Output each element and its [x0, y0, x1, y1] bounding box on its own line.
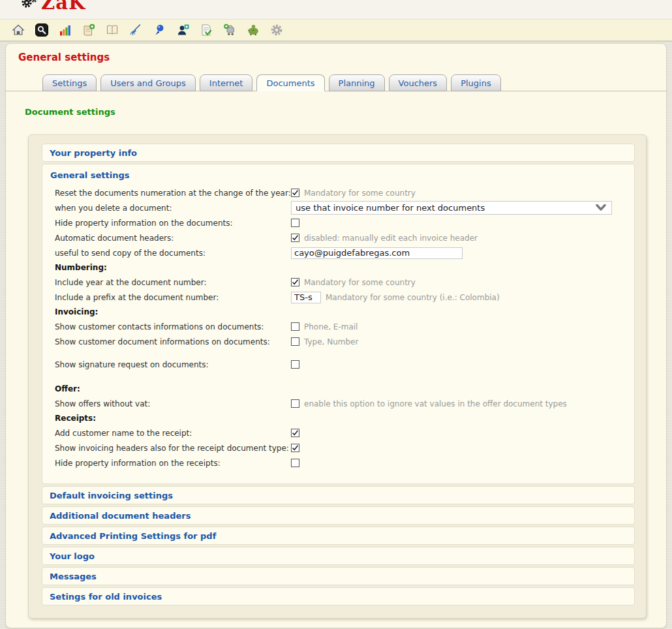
checkbox-unchecked[interactable] [291, 360, 299, 369]
tab-users-and-groups[interactable]: Users and Groups [100, 74, 195, 91]
checkbox-checked[interactable] [291, 189, 299, 197]
form-group-heading: Receipts: [50, 411, 626, 425]
tab-internet[interactable]: Internet [200, 74, 253, 91]
accordion-header-setings-for-old-invoices[interactable]: Setings for old invoices [42, 587, 635, 606]
accordion-header-label: Additional document headers [50, 511, 191, 521]
checkbox-checked[interactable] [291, 444, 299, 452]
settings-accordion: Your property infoGeneral settingsReset … [28, 134, 647, 619]
form-group-heading: Numbering: [50, 260, 626, 275]
field-label: useful to send copy of the documents: [55, 249, 291, 258]
field-label: Reset the documents numeration at the ch… [55, 189, 291, 198]
tab-bar: SettingsUsers and GroupsInternetDocument… [6, 74, 666, 91]
form-row: Include year at the document number:Mand… [50, 275, 626, 290]
piggy-bank-icon[interactable] [246, 23, 260, 37]
search-icon[interactable] [35, 23, 48, 37]
form-row: when you delete a document:use that invo… [50, 200, 626, 215]
stats-icon[interactable] [58, 23, 72, 37]
field-note: disabled: manually edit each invoice hea… [304, 234, 478, 243]
field-control: disabled: manually edit each invoice hea… [291, 234, 478, 243]
checkbox-checked[interactable] [291, 429, 299, 437]
field-label: Add customer name to the receipt: [55, 429, 291, 438]
book-add-icon[interactable] [82, 23, 95, 37]
select-field[interactable]: use that invoice number for next documen… [291, 201, 612, 215]
accordion-header-advanced-printing-settings-for-pdf[interactable]: Advanced Printing Settings for pdf [42, 527, 635, 545]
field-control: Phone, E-mail [291, 322, 358, 331]
tab-settings[interactable]: Settings [42, 74, 97, 91]
accordion-header-default-invoicing-settings[interactable]: Default invoicing settings [42, 486, 635, 504]
text-input[interactable]: cayo@puigdefabregas.com [291, 247, 463, 259]
checkbox-checked[interactable] [291, 234, 299, 242]
accordion-panel-general-settings: General settingsReset the documents nume… [42, 164, 635, 484]
accordion-header-your-property-info[interactable]: Your property info [42, 144, 635, 162]
text-input[interactable]: TS-s [291, 292, 321, 303]
field-control [291, 459, 299, 467]
field-control [291, 219, 299, 227]
field-note: Mandatory for some country [304, 189, 416, 198]
field-control: Type, Number [291, 337, 358, 346]
app-logo[interactable]: ZaK [21, 0, 85, 14]
field-label: Hide property information on the receipt… [55, 459, 291, 468]
checkbox-unchecked[interactable] [291, 337, 299, 346]
tab-planning[interactable]: Planning [329, 74, 385, 91]
document-check-icon[interactable] [199, 23, 213, 37]
checkbox-unchecked[interactable] [291, 219, 299, 227]
form-row: Show customer document informations on d… [50, 334, 626, 349]
tab-documents[interactable]: Documents [256, 74, 324, 91]
accordion-header-additional-document-headers[interactable]: Additional document headers [42, 506, 635, 525]
field-note: Type, Number [304, 337, 358, 346]
pin-icon[interactable] [152, 23, 166, 37]
row-spacer [50, 349, 626, 357]
home-icon[interactable] [11, 23, 25, 37]
field-note: enable this option to ignore vat values … [304, 399, 567, 408]
field-control: use that invoice number for next documen… [291, 201, 612, 215]
checkbox-unchecked[interactable] [291, 459, 299, 467]
accordion-header-your-logo[interactable]: Your logo [42, 547, 635, 565]
accordion-header-label: Your property info [50, 148, 137, 158]
field-label: Show customer document informations on d… [55, 337, 291, 346]
field-control: Mandatory for some country [291, 278, 416, 287]
user-add-icon[interactable] [176, 23, 189, 37]
form-row: Show signature request on documents: [50, 357, 626, 372]
content-panel: General settings SettingsUsers and Group… [5, 43, 667, 628]
logo-gears-icon [21, 0, 39, 12]
field-control [291, 360, 299, 369]
form-group-heading: Offer: [50, 382, 626, 396]
form-row: Hide property information on the receipt… [50, 455, 626, 470]
accordion-header-label: Your logo [50, 551, 95, 561]
broom-icon[interactable] [129, 23, 142, 37]
tab-plugins[interactable]: Plugins [451, 74, 501, 91]
form-row: Add customer name to the receipt: [50, 425, 626, 440]
checkbox-checked[interactable] [291, 278, 299, 286]
field-control: cayo@puigdefabregas.com [291, 247, 463, 259]
documents-tab-panel: Document settings Your property infoGene… [6, 107, 666, 619]
field-note: Phone, E-mail [304, 322, 358, 331]
field-label: Show signature request on documents: [55, 360, 291, 369]
form-row: Show customer contacts informations on d… [50, 319, 626, 334]
form-row: Show offers without vat:enable this opti… [50, 396, 626, 411]
field-label: when you delete a document: [55, 204, 291, 213]
field-control [291, 429, 299, 437]
field-label: Show invoicing headers also for the rece… [55, 444, 291, 453]
field-control: enable this option to ignore vat values … [291, 399, 567, 408]
form-group-heading: Invoicing: [50, 305, 626, 319]
field-control [291, 444, 299, 452]
book-icon[interactable] [105, 23, 119, 37]
checkbox-unchecked[interactable] [291, 399, 299, 408]
row-spacer [50, 372, 626, 382]
checkbox-unchecked[interactable] [291, 322, 299, 331]
form-row: Reset the documents numeration at the ch… [50, 185, 626, 200]
select-value: use that invoice number for next documen… [296, 203, 485, 213]
accordion-header-general-settings[interactable]: General settings [50, 170, 626, 180]
field-label: Hide property information on the documen… [55, 219, 291, 228]
field-label: Include a prefix at the document number: [55, 293, 291, 302]
accordion-header-messages[interactable]: Messages [42, 567, 635, 585]
app-header: ZaK [0, 0, 672, 20]
accordion-header-label: Setings for old invoices [50, 592, 162, 602]
field-note: Mandatory for some country [304, 278, 416, 287]
form-row: Include a prefix at the document number:… [50, 290, 626, 305]
tab-vouchers[interactable]: Vouchers [389, 74, 448, 91]
cart-add-icon[interactable] [222, 23, 236, 37]
accordion-header-label: Messages [50, 572, 97, 581]
settings-gear-icon[interactable] [269, 23, 283, 37]
field-control: TS-sMandatory for some country (i.e.: Co… [291, 292, 500, 303]
